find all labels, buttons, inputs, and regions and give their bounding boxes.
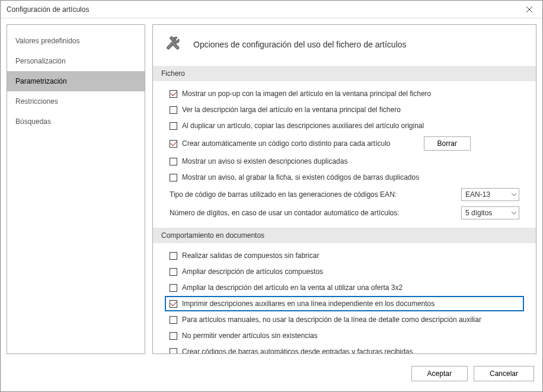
sidebar-item-label: Parametrización — [15, 77, 67, 85]
scroll-area[interactable]: Fichero Mostrar un pop-up con la imagen … — [153, 66, 536, 353]
checkbox-label: Imprimir descripciones auxiliares en una… — [182, 299, 435, 308]
checkbox-row: Para artículos manuales, no usar la desc… — [170, 314, 519, 325]
sidebar-item-parametrizacion[interactable]: Parametrización — [7, 71, 145, 91]
checkbox-popup[interactable] — [170, 90, 177, 98]
titlebar: Configuración de artículos — [1, 1, 542, 18]
checkbox-row: Realizar salidas de compuestos sin fabri… — [170, 250, 519, 261]
checkbox-ampliar-comp[interactable] — [170, 268, 177, 276]
checkbox-sin-exist[interactable] — [170, 332, 177, 340]
select-value: 5 dígitos — [465, 209, 492, 217]
accept-button[interactable]: Aceptar — [411, 366, 468, 381]
main-panel: Opciones de configuración del uso del fi… — [152, 24, 536, 354]
select-digitos[interactable]: 5 dígitos — [461, 206, 519, 219]
checkbox-label: Mostrar un aviso si existen descripcione… — [182, 157, 347, 165]
close-button[interactable] — [516, 1, 542, 18]
content-area: Valores predefinidos Personalización Par… — [1, 18, 542, 360]
checkbox-aviso-dup[interactable] — [170, 158, 177, 165]
select-tipo-barras[interactable]: EAN-13 — [461, 188, 519, 201]
checkbox-barras-auto[interactable] — [170, 348, 177, 354]
checkbox-label: Realizar salidas de compuestos sin fabri… — [182, 251, 319, 260]
checkbox-desc-larga[interactable] — [170, 106, 177, 114]
close-icon — [526, 7, 532, 12]
sidebar-item-label: Valores predefinidos — [15, 37, 80, 45]
checkbox-imprimir-aux[interactable] — [170, 300, 177, 308]
checkbox-row: No permitir vender artículos sin existen… — [170, 330, 519, 341]
chevron-down-icon — [512, 212, 516, 215]
checkbox-row: Al duplicar un artículo, copiar las desc… — [170, 120, 519, 131]
select-row: Tipo de código de barras utilizado en la… — [170, 188, 519, 201]
checkbox-ampliar-3x2[interactable] — [170, 284, 177, 292]
section-header-fichero: Fichero — [153, 66, 536, 81]
tools-icon — [164, 34, 185, 55]
checkbox-row: Mostrar un pop-up con la imagen del artí… — [170, 88, 519, 99]
checkbox-label: Crear códigos de barras automáticos desd… — [182, 348, 413, 353]
sidebar-item-restricciones[interactable]: Restricciones — [7, 91, 145, 111]
checkbox-label: Ampliar descripción de artículos compues… — [182, 267, 323, 276]
checkbox-row: Ampliar la descripción del artículo en l… — [170, 282, 519, 293]
page-title: Opciones de configuración del uso del fi… — [193, 40, 407, 49]
checkbox-label: No permitir vender artículos sin existen… — [182, 332, 318, 340]
sidebar-item-personalizacion[interactable]: Personalización — [7, 51, 145, 71]
chevron-down-icon — [512, 193, 516, 196]
field-label: Número de dígitos, en caso de usar un co… — [170, 209, 400, 217]
checkbox-label: Para artículos manuales, no usar la desc… — [182, 315, 481, 324]
footer: Aceptar Cancelar — [1, 360, 542, 387]
checkbox-row: Ver la descripción larga del artículo en… — [170, 104, 519, 115]
checkbox-row: Crear códigos de barras automáticos desd… — [170, 346, 519, 353]
checkbox-aviso-barras[interactable] — [170, 174, 177, 181]
checkbox-codigo-corto[interactable] — [170, 140, 177, 148]
sidebar-item-busquedas[interactable]: Búsquedas — [7, 111, 145, 132]
checkbox-duplicar[interactable] — [170, 122, 177, 130]
checkbox-row: Mostrar un aviso si existen descripcione… — [170, 156, 519, 167]
checkbox-manuales[interactable] — [170, 316, 177, 324]
sidebar-item-label: Personalización — [15, 57, 66, 65]
main-header: Opciones de configuración del uso del fi… — [153, 25, 536, 66]
checkbox-label: Ver la descripción larga del artículo en… — [182, 106, 401, 114]
highlighted-checkbox-row: Imprimir descripciones auxiliares en una… — [165, 296, 524, 311]
checkbox-label: Mostrar un aviso, al grabar la ficha, si… — [182, 173, 419, 181]
checkbox-row: Crear automáticamente un código corto di… — [170, 136, 519, 151]
window-title: Configuración de artículos — [7, 5, 89, 14]
sidebar-item-label: Restricciones — [15, 97, 58, 106]
checkbox-salidas[interactable] — [170, 252, 177, 260]
borrar-button[interactable]: Borrar — [424, 136, 471, 151]
checkbox-label: Crear automáticamente un código corto di… — [182, 139, 391, 148]
section-body-fichero: Mostrar un pop-up con la imagen del artí… — [153, 81, 536, 228]
field-label: Tipo de código de barras utilizado en la… — [170, 190, 397, 199]
checkbox-label: Al duplicar un artículo, copiar las desc… — [182, 122, 424, 130]
cancel-button[interactable]: Cancelar — [474, 366, 534, 381]
checkbox-label: Mostrar un pop-up con la imagen del artí… — [182, 90, 431, 98]
checkbox-row: Mostrar un aviso, al grabar la ficha, si… — [170, 172, 519, 183]
sidebar: Valores predefinidos Personalización Par… — [7, 24, 145, 354]
sidebar-item-label: Búsquedas — [15, 117, 51, 126]
checkbox-label: Ampliar la descripción del artículo en l… — [182, 283, 403, 292]
select-row: Número de dígitos, en caso de usar un co… — [170, 206, 519, 219]
checkbox-row: Ampliar descripción de artículos compues… — [170, 266, 519, 277]
section-header-comportamiento: Comportamiento en documentos — [153, 228, 536, 243]
section-body-comportamiento: Realizar salidas de compuestos sin fabri… — [153, 243, 536, 353]
sidebar-item-valores[interactable]: Valores predefinidos — [7, 31, 145, 51]
select-value: EAN-13 — [465, 190, 490, 199]
